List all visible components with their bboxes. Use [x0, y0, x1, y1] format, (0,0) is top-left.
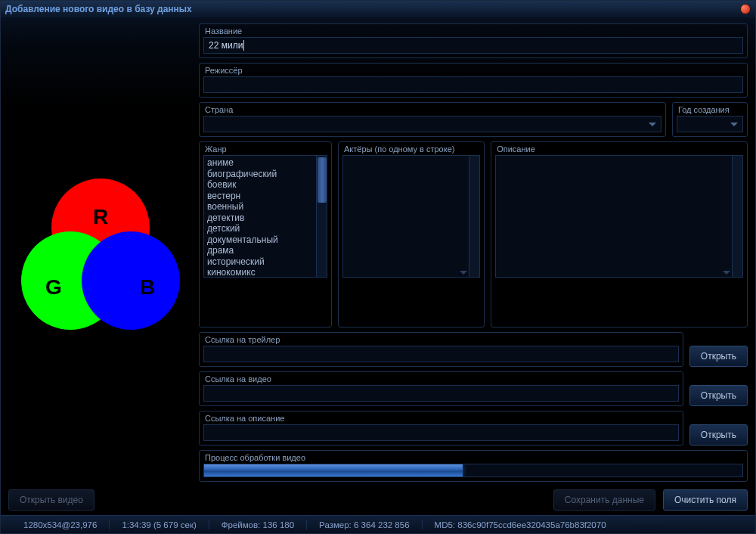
content-area: R G B Название 22 мили Режиссёр Страна — [1, 17, 755, 485]
rgb-venn-icon: R G B — [10, 167, 191, 349]
title-input-text: 22 мили — [209, 40, 243, 51]
genre-label: Жанр — [203, 144, 327, 155]
chevron-down-icon — [730, 123, 738, 126]
form-panel: Название 22 мили Режиссёр Страна Год соз… — [199, 23, 748, 482]
statusbar: 1280x534@23,976 1:34:39 (5 679 сек) Фрей… — [1, 515, 755, 533]
text-cursor — [243, 40, 244, 51]
title-group: Название 22 мили — [199, 23, 748, 58]
title-input[interactable]: 22 мили — [203, 37, 743, 54]
description-label: Описание — [495, 144, 743, 155]
genre-listbox[interactable]: анимебиографическийбоевиквестернвоенныйд… — [203, 155, 327, 278]
country-year-row: Страна Год создания — [199, 102, 748, 137]
chevron-down-icon — [723, 271, 730, 275]
progress-bar — [203, 464, 743, 477]
actors-scrollbar[interactable] — [469, 156, 479, 277]
actors-textarea[interactable] — [342, 155, 480, 278]
year-group: Год создания — [672, 102, 748, 137]
genre-option[interactable]: аниме — [207, 157, 313, 169]
status-size: Размер: 6 364 232 856 — [307, 520, 422, 529]
svg-point-2 — [82, 231, 180, 330]
genre-option[interactable]: кинокомикс — [207, 267, 313, 278]
country-label: Страна — [203, 105, 662, 116]
trailer-input[interactable] — [203, 346, 679, 362]
status-frames: Фреймов: 136 180 — [209, 520, 307, 529]
close-icon[interactable] — [740, 4, 751, 14]
desc-link-label: Ссылка на описание — [203, 414, 679, 424]
genre-scrollbar[interactable] — [316, 156, 327, 277]
genre-option[interactable]: детектив — [207, 213, 313, 224]
lists-row: Жанр анимебиографическийбоевиквестернвое… — [199, 141, 748, 328]
save-button[interactable]: Сохранить данные — [553, 489, 655, 511]
chevron-down-icon — [460, 271, 467, 275]
progress-label: Процесс обработки видео — [203, 453, 743, 464]
open-desc-button[interactable]: Открыть — [689, 424, 748, 446]
progress-fill — [204, 464, 463, 477]
genre-group: Жанр анимебиографическийбоевиквестернвое… — [199, 141, 332, 328]
genre-option[interactable]: документальный — [207, 234, 313, 246]
video-group: Ссылка на видео — [199, 371, 683, 406]
open-trailer-button[interactable]: Открыть — [689, 346, 748, 367]
dialog-window: Добавление нового видео в базу данных R … — [0, 0, 756, 534]
window-title: Добавление нового видео в базу данных — [5, 4, 740, 14]
trailer-row: Ссылка на трейлер Открыть — [199, 332, 748, 367]
year-combo[interactable] — [677, 116, 743, 132]
open-video-button[interactable]: Открыть видео — [8, 489, 94, 511]
status-duration: 1:34:39 (5 679 сек) — [110, 520, 209, 529]
description-group: Описание — [491, 141, 748, 328]
video-label: Ссылка на видео — [203, 374, 679, 385]
svg-text:G: G — [45, 275, 62, 299]
description-textarea[interactable] — [495, 155, 743, 278]
button-row: Открыть видео Сохранить данные Очистить … — [1, 485, 755, 515]
scroll-thumb[interactable] — [318, 157, 327, 203]
title-label: Название — [203, 26, 743, 37]
chevron-down-icon — [649, 123, 656, 126]
clear-button[interactable]: Очистить поля — [663, 489, 748, 511]
genre-option[interactable]: детский — [207, 223, 313, 234]
genre-option[interactable]: военный — [207, 201, 313, 213]
trailer-group: Ссылка на трейлер — [199, 332, 683, 367]
genre-option[interactable]: вестерн — [207, 191, 313, 202]
genre-option[interactable]: биографический — [207, 169, 313, 180]
status-resolution: 1280x534@23,976 — [8, 520, 110, 529]
genre-option[interactable]: исторический — [207, 256, 313, 268]
year-label: Год создания — [677, 105, 743, 116]
genre-list-items: анимебиографическийбоевиквестернвоенныйд… — [204, 156, 316, 277]
director-input[interactable] — [203, 76, 743, 93]
desc-link-row: Ссылка на описание Открыть — [199, 411, 748, 446]
director-label: Режиссёр — [203, 66, 743, 76]
svg-text:B: B — [140, 275, 155, 299]
genre-option[interactable]: боевик — [207, 179, 313, 191]
country-group: Страна — [199, 102, 666, 137]
titlebar: Добавление нового видео в базу данных — [1, 1, 755, 17]
country-combo[interactable] — [203, 116, 662, 132]
genre-option[interactable]: драма — [207, 245, 313, 256]
progress-group: Процесс обработки видео — [199, 450, 748, 482]
trailer-label: Ссылка на трейлер — [203, 335, 679, 346]
desc-link-input[interactable] — [203, 424, 679, 441]
video-row: Ссылка на видео Открыть — [199, 371, 748, 406]
actors-group: Актёры (по одному в строке) — [338, 141, 485, 328]
director-group: Режиссёр — [199, 63, 748, 98]
description-scrollbar[interactable] — [732, 156, 742, 277]
desc-link-group: Ссылка на описание — [199, 411, 683, 446]
open-video-link-button[interactable]: Открыть — [689, 385, 748, 406]
status-md5: MD5: 836c90f75ccd6ee320435a76b83f2070 — [423, 520, 748, 529]
actors-label: Актёры (по одному в строке) — [342, 144, 480, 155]
video-input[interactable] — [203, 385, 679, 402]
svg-text:R: R — [93, 205, 108, 228]
left-panel: R G B — [8, 23, 193, 482]
